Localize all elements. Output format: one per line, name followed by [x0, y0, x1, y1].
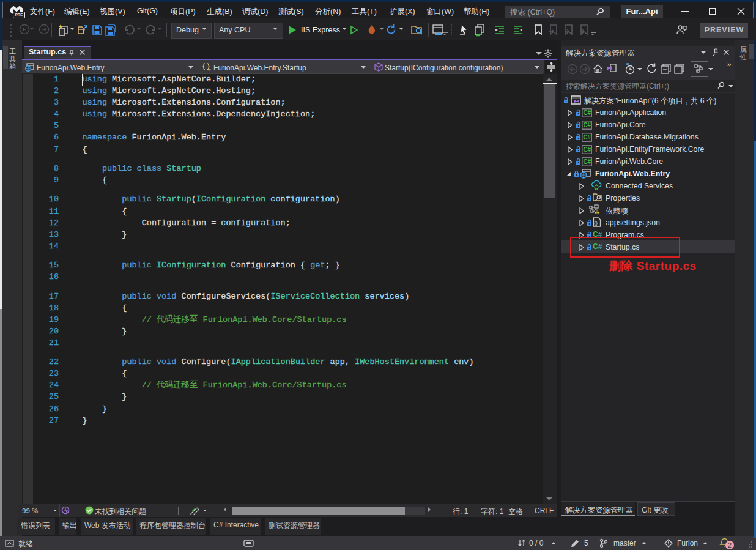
svg-text:C#: C#	[583, 134, 591, 141]
svg-text:{}: {}	[595, 220, 598, 226]
svg-text:C#: C#	[583, 146, 591, 153]
svg-text:C#: C#	[583, 110, 591, 116]
svg-text:C#: C#	[583, 122, 591, 128]
svg-text:C#: C#	[583, 158, 591, 165]
